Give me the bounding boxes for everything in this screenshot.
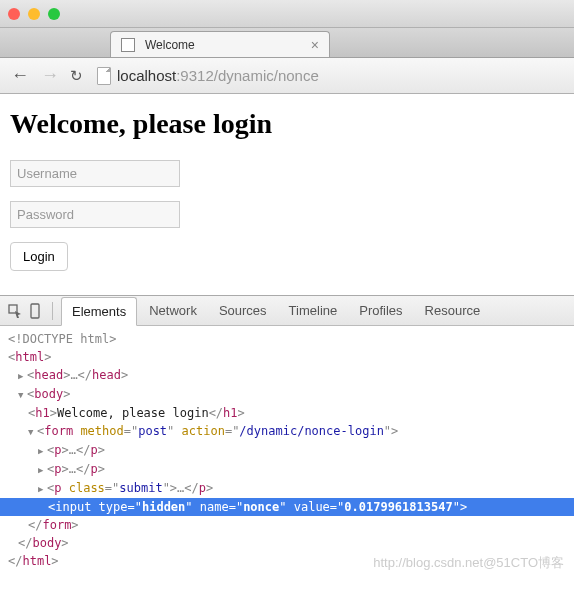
dom-line[interactable]: ▶<p class="submit">…</p> xyxy=(8,479,566,498)
dom-line[interactable]: <h1>Welcome, please login</h1> xyxy=(8,404,566,422)
tab-profiles[interactable]: Profiles xyxy=(349,297,412,324)
expand-icon[interactable]: ▶ xyxy=(18,367,27,385)
window-controls xyxy=(0,0,574,28)
tab-title: Welcome xyxy=(145,38,301,52)
dom-line[interactable]: <html> xyxy=(8,348,566,366)
tab-timeline[interactable]: Timeline xyxy=(279,297,348,324)
dom-line[interactable]: </body> xyxy=(8,534,566,552)
dom-line[interactable]: ▼<form method="post" action="/dynamic/no… xyxy=(8,422,566,441)
expand-icon[interactable]: ▶ xyxy=(38,480,47,498)
tab-elements[interactable]: Elements xyxy=(61,297,137,326)
watermark-text: http://blog.csdn.net@51CTO博客 xyxy=(373,554,564,572)
dom-line[interactable]: ▶<p>…</p> xyxy=(8,441,566,460)
page-heading: Welcome, please login xyxy=(10,108,564,140)
browser-tab[interactable]: Welcome × xyxy=(110,31,330,57)
dom-line[interactable]: ▼<body> xyxy=(8,385,566,404)
inspect-icon[interactable] xyxy=(6,302,24,320)
page-favicon-icon xyxy=(121,38,135,52)
minimize-window-icon[interactable] xyxy=(28,8,40,20)
collapse-icon[interactable]: ▼ xyxy=(18,386,27,404)
dom-line[interactable]: <!DOCTYPE html> xyxy=(8,330,566,348)
tab-sources[interactable]: Sources xyxy=(209,297,277,324)
expand-icon[interactable]: ▶ xyxy=(38,461,47,479)
dom-line[interactable]: </form> xyxy=(8,516,566,534)
tab-bar: Welcome × xyxy=(0,28,574,58)
devtools-tabbar: Elements Network Sources Timeline Profil… xyxy=(0,296,574,326)
expand-icon[interactable]: ▶ xyxy=(38,442,47,460)
password-input[interactable] xyxy=(10,201,180,228)
tab-resources[interactable]: Resource xyxy=(415,297,491,324)
devtools-panel: Elements Network Sources Timeline Profil… xyxy=(0,295,574,578)
collapse-icon[interactable]: ▼ xyxy=(28,423,37,441)
device-icon[interactable] xyxy=(26,302,44,320)
tab-network[interactable]: Network xyxy=(139,297,207,324)
dom-line-selected[interactable]: <input type="hidden" name="nonce" value=… xyxy=(0,498,574,516)
close-tab-icon[interactable]: × xyxy=(311,38,319,52)
url-text: localhost:9312/dynamic/nonce xyxy=(117,67,319,84)
username-input[interactable] xyxy=(10,160,180,187)
page-content: Welcome, please login Login xyxy=(0,94,574,295)
back-button[interactable]: ← xyxy=(10,65,30,86)
dom-line[interactable]: ▶<p>…</p> xyxy=(8,460,566,479)
close-window-icon[interactable] xyxy=(8,8,20,20)
dom-tree[interactable]: <!DOCTYPE html> <html> ▶<head>…</head> ▼… xyxy=(0,326,574,578)
address-bar[interactable]: localhost:9312/dynamic/nonce xyxy=(93,67,564,85)
forward-button: → xyxy=(40,65,60,86)
dom-line[interactable]: ▶<head>…</head> xyxy=(8,366,566,385)
separator xyxy=(52,302,53,320)
browser-toolbar: ← → ↻ localhost:9312/dynamic/nonce xyxy=(0,58,574,94)
reload-button[interactable]: ↻ xyxy=(70,67,83,85)
document-icon xyxy=(97,67,111,85)
login-button[interactable]: Login xyxy=(10,242,68,271)
svg-rect-1 xyxy=(31,304,39,318)
maximize-window-icon[interactable] xyxy=(48,8,60,20)
